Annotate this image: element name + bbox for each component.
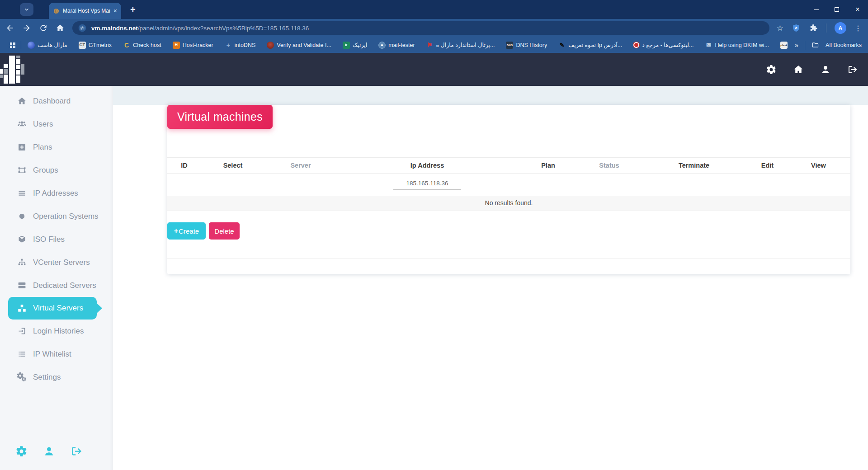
check-host-favicon-icon: C [123,42,130,49]
bookmarks-separator-2 [805,41,805,50]
column-header-id[interactable]: ID [167,158,201,174]
column-header-plan[interactable]: Plan [518,158,579,174]
browser-menu-icon[interactable]: ⋮ [854,24,862,33]
reload-icon[interactable] [39,24,48,33]
profile-avatar[interactable]: A [835,22,846,34]
bookmark-item[interactable]: ✉Help using DKIM wi... [705,42,769,49]
footer-profile-icon[interactable] [43,445,55,457]
tab-close-icon[interactable]: × [113,8,117,14]
bookmark-item[interactable]: GTGTmetrix [79,42,112,49]
forward-icon[interactable] [22,24,31,33]
server-icon [17,281,27,290]
column-header-select[interactable]: Select [201,158,264,174]
back-icon[interactable] [5,24,14,33]
home-icon[interactable] [793,64,804,75]
bookmark-item[interactable]: لینوکسی‌ها - مرجع د... [633,42,693,48]
sidebar-item-groups[interactable]: Groups [0,159,113,182]
bookmark-item[interactable]: pleskError while accessin... [780,42,789,49]
bookmark-label: Host-tracker [183,42,213,48]
linux-ref-favicon-icon [633,42,639,48]
table-filter-row [167,174,850,196]
sidebar-item-label: Login Histories [33,327,84,336]
sidebar-item-dedicated-servers[interactable]: Dedicated Servers [0,274,113,297]
bookmark-item[interactable]: Verify and Validate I... [267,42,331,49]
browser-tab[interactable]: Maral Host Vps Management Pa × [49,3,121,19]
sidebar-item-login-histories[interactable]: Login Histories [0,320,113,343]
object-group-icon [17,165,27,175]
sidebar-item-label: Operation Systems [33,212,99,221]
bookmark-item[interactable]: mail-tester [378,42,415,49]
footer-logout-icon[interactable] [71,445,83,457]
sidebar-item-operation-systems[interactable]: Operation Systems [0,205,113,228]
bookmarks-overflow-icon[interactable]: » [795,41,798,49]
envelope-favicon-icon: ✉ [705,42,712,49]
address-bar[interactable]: vm.maindns.net/panel/admin/vps/index?sea… [72,21,769,35]
close-button[interactable]: × [847,0,868,19]
site-info-icon[interactable] [78,24,87,33]
bookmark-item[interactable]: irایرنیک [343,42,367,49]
virtual-machines-card: Virtual machines IDSelectServerIp Addres… [167,105,850,274]
minimize-button[interactable] [806,0,826,19]
tab-search-button[interactable] [20,3,33,16]
maximize-button[interactable] [826,0,847,19]
sidebar-item-vcenter-servers[interactable]: VCenter Servers [0,251,113,274]
host-tracker-favicon-icon: H [173,42,180,49]
app-header [0,53,868,86]
sidebar-item-label: IP Addresses [33,189,78,198]
user-icon[interactable] [820,64,831,75]
url-path: /panel/admin/vps/index?searchVps%5Bip%5D… [138,25,309,32]
sidebar-item-dashboard[interactable]: Dashboard [0,89,113,113]
chevron-down-icon [24,6,30,13]
sidebar-item-label: Settings [33,373,61,382]
apps-grid-icon[interactable] [10,42,15,48]
url-host: vm.maindns.net [91,25,138,32]
sidebar-item-settings[interactable]: Settings [0,366,113,389]
maximize-icon [835,7,839,12]
create-button[interactable]: +Create [167,222,206,240]
header-actions [766,64,868,75]
maral-portal-favicon-icon: ⚑ [426,42,434,49]
bookmark-item[interactable]: ✎نحوه تعریف Ip آدرس... [558,42,622,49]
shield-extension-icon[interactable] [792,24,801,33]
gtmetrix-favicon-icon: GT [79,42,86,49]
sidebar-item-virtual-servers[interactable]: Virtual Servers [8,297,97,320]
column-header-edit[interactable]: Edit [748,158,787,174]
vm-table: IDSelectServerIp AddressPlanStatusTermin… [167,157,850,211]
globe-favicon [53,8,60,14]
all-bookmarks-label[interactable]: All Bookmarks [826,42,862,48]
extensions-puzzle-icon[interactable] [809,24,818,33]
bookmark-item[interactable]: +intoDNS [225,42,256,49]
sidebar-item-plans[interactable]: Plans [0,136,113,159]
sidebar-item-iso-files[interactable]: ISO Files [0,228,113,251]
bookmark-item[interactable]: ⚑پرتال استاندارد مارال ه... [426,42,495,49]
bookmarks-list: مارال هاستGTGTmetrixCCheck hostHHost-tra… [28,42,789,49]
bookmark-item[interactable]: HHost-tracker [173,42,213,49]
users-icon [17,119,27,129]
sidebar-item-ip-whitelist[interactable]: IP Whitelist [0,343,113,366]
ip-filter-input[interactable] [393,180,461,190]
bookmark-label: مارال هاست [38,42,67,48]
sidebar-item-users[interactable]: Users [0,113,113,136]
settings-gear-icon[interactable] [766,64,777,75]
column-header-terminate[interactable]: Terminate [640,158,748,174]
bookmark-label: Help using DKIM wi... [715,42,769,48]
logout-icon[interactable] [847,64,858,75]
bookmark-item[interactable]: DNSDNS History [506,42,547,49]
circle-icon [17,212,27,221]
footer-settings-icon[interactable] [15,445,28,457]
sidebar-item-label: Dedicated Servers [33,281,96,290]
bookmark-item[interactable]: CCheck host [123,42,161,49]
bookmark-star-icon[interactable]: ☆ [777,24,783,33]
column-header-server[interactable]: Server [264,158,337,174]
bookmark-item[interactable]: مارال هاست [28,42,67,49]
column-header-status[interactable]: Status [579,158,640,174]
sidebar-footer [15,445,83,457]
home-nav-icon[interactable] [56,24,65,33]
column-header-view[interactable]: View [787,158,850,174]
toolbar-separator [826,24,826,33]
folder-icon [811,41,819,49]
new-tab-button[interactable]: + [130,5,136,15]
sidebar-item-ip-addresses[interactable]: IP Addresses [0,182,113,205]
delete-button[interactable]: Delete [209,222,240,240]
column-header-ip-address[interactable]: Ip Address [337,158,518,174]
